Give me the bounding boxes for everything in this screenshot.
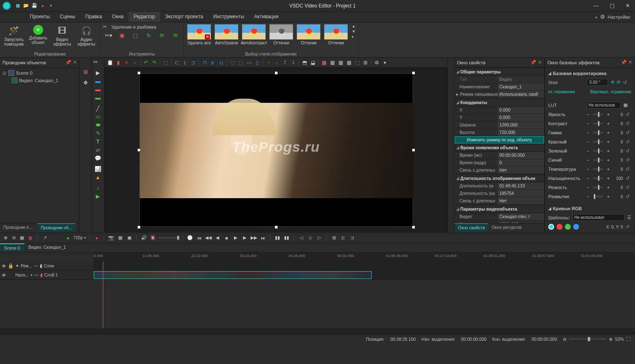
audio-vis-icon[interactable]: ♪ (92, 184, 104, 192)
style-tint2[interactable]: Оттенки (296, 24, 321, 45)
step-back-icon[interactable]: ◀◀ (204, 234, 212, 242)
crop-tool-icon[interactable]: ▣ (116, 31, 128, 39)
tree-scene-node[interactable]: ⊟ Scene 0 (1, 69, 78, 77)
red-slider[interactable] (593, 141, 603, 143)
align-center-v-icon[interactable]: ⫼ (209, 59, 217, 66)
blur-slider[interactable] (593, 196, 603, 197)
front-icon[interactable]: ⤴ (281, 59, 289, 66)
reset-icon[interactable]: ↺ (625, 166, 631, 172)
prop-dur-ms[interactable]: 01:48:45.133 (498, 182, 544, 189)
temp-slider[interactable] (593, 168, 603, 170)
close-button[interactable]: ✕ (623, 2, 633, 9)
rect-outline-icon[interactable]: ▭ (92, 112, 104, 121)
reset-icon[interactable]: ↺ (625, 184, 631, 190)
prop-name-value[interactable]: Скандал_1 (498, 83, 544, 90)
prop-width[interactable]: 1280.000 (498, 121, 544, 129)
layout1-icon[interactable]: ▦ (320, 59, 328, 66)
circle-icon[interactable]: ○ (131, 59, 139, 66)
contrast-slider[interactable] (593, 123, 603, 124)
explorer-tab-project[interactable]: Проводник пр... (0, 223, 37, 232)
prop-link-dur[interactable]: Нет (498, 167, 544, 174)
select-bounds-icon[interactable]: ⬚ (353, 59, 361, 66)
add-track-icon[interactable]: ⊕ (2, 234, 9, 242)
audio-effects-button[interactable]: 🎧Аудио эффекты (75, 24, 97, 47)
layout2-icon[interactable]: ▦ (328, 59, 336, 66)
rotate-icon[interactable]: ↻ (143, 31, 154, 39)
go-start-icon[interactable]: ⏮ (195, 234, 203, 242)
prop-blend-value[interactable]: Использовать свой (498, 91, 544, 98)
pin-icon[interactable]: 📌 (530, 60, 536, 65)
menu-edit[interactable]: Правка (80, 12, 107, 22)
resources-tab[interactable]: Окно ресурсов (488, 223, 525, 232)
style-down-icon[interactable]: ▼ (352, 29, 355, 34)
pin-icon[interactable]: 📌 (66, 60, 71, 65)
settings-label[interactable]: Настройки (608, 15, 630, 19)
menu-windows[interactable]: Окна (107, 12, 129, 22)
wave-icon[interactable]: 〰 (34, 264, 38, 269)
cursor2-icon[interactable]: ⊐ (348, 234, 356, 242)
loop-icon[interactable]: ⊞ (330, 234, 338, 242)
prev-frame-icon[interactable]: ◀ (214, 234, 221, 242)
style-tint3[interactable]: Оттенки (323, 24, 349, 45)
align-bottom-icon[interactable]: ⊔ (217, 59, 225, 66)
align-left-icon[interactable]: ⊏ (173, 59, 180, 66)
pointer-icon[interactable]: ▶ (92, 68, 104, 77)
rect-blue-icon[interactable]: ▬ (92, 77, 104, 85)
line-icon[interactable]: ╱ (92, 104, 104, 112)
collapse-icon[interactable]: ⊟ (2, 70, 7, 76)
resize-to-parent-action[interactable]: Изменить размер по род. объекту (455, 136, 544, 143)
more-icon[interactable]: ▾ (381, 59, 389, 66)
templates-select[interactable]: Не использоват (572, 214, 625, 221)
bars-icon[interactable]: ▮ (40, 272, 43, 278)
props-tab[interactable]: Окно свойств (455, 223, 488, 232)
reset-icon[interactable]: ↺ (625, 130, 631, 136)
mark-in-icon[interactable]: ▮▮ (274, 234, 281, 242)
reset-icon[interactable]: ↺ (625, 175, 631, 181)
vflip-link[interactable]: Вертикал. отражение (590, 90, 631, 94)
cog-icon[interactable]: ⚙ (373, 59, 380, 66)
menu-projects[interactable]: Проекты (25, 12, 55, 22)
fx-icon[interactable]: ✦ (15, 263, 19, 269)
layout3-icon[interactable]: ▦ (337, 59, 344, 66)
reset-icon[interactable]: ↺ (625, 148, 631, 154)
counter-icon[interactable]: ▲ (92, 173, 104, 181)
hflip-link[interactable]: нт. отражение (548, 90, 575, 94)
dist-v-icon[interactable]: ⬚ (237, 59, 244, 66)
tree-video-node[interactable]: Видео: Скандал_1 (1, 77, 78, 84)
zoom-fit-icon[interactable]: ⛶ (626, 337, 631, 342)
pin-icon[interactable]: 📌 (621, 60, 627, 65)
align-right-icon[interactable]: ⊐ (190, 59, 197, 66)
menu-editor[interactable]: Редактор (129, 12, 160, 22)
go-end-icon[interactable]: ⏭ (259, 234, 267, 242)
mark-out-icon[interactable]: ▮▮ (283, 234, 290, 242)
reset-icon[interactable]: ↺ (625, 194, 631, 199)
wizard-button[interactable]: 🪄Запустить помощник (2, 24, 25, 47)
prop-dur-frame[interactable]: 195754 (498, 190, 544, 197)
same-w-icon[interactable]: ▭ (245, 59, 253, 66)
group-icon[interactable]: ⬒ (301, 59, 308, 66)
rect-red-icon[interactable]: ▬ (92, 85, 104, 93)
curve-blue-dot[interactable] (573, 224, 579, 230)
cut-icon[interactable]: ✂ (92, 58, 99, 66)
cut-icon[interactable]: ✂▾ (103, 31, 114, 39)
sharp-slider[interactable] (593, 187, 603, 188)
angle-input[interactable]: 0.00 ° (586, 79, 608, 86)
section-general[interactable]: ◢Общие параметры (455, 68, 544, 76)
minimize-button[interactable]: — (591, 2, 601, 9)
eye-icon[interactable]: 👁 (2, 264, 6, 269)
lock-icon[interactable]: 🔒 (8, 263, 14, 269)
stop-icon[interactable]: ■ (223, 234, 230, 242)
clock-icon[interactable]: 🕐 (186, 234, 194, 242)
maximize-button[interactable]: ▢ (607, 2, 617, 9)
menu-instruments[interactable]: Инструменты (208, 12, 249, 22)
preview-quality-icon[interactable]: ● (64, 234, 72, 242)
qat-open-icon[interactable]: 📂 (23, 3, 29, 9)
wave-icon[interactable]: 〰 (34, 273, 39, 278)
chart-icon[interactable]: 📊 (92, 165, 104, 173)
browse-icon[interactable]: ▦ (623, 102, 628, 108)
screenshot-icon[interactable]: 📷 (107, 234, 115, 242)
sat-slider[interactable] (593, 177, 603, 179)
paste-icon[interactable]: ▮ (114, 59, 122, 66)
selection-icon[interactable]: ⬚ (162, 59, 169, 66)
qat-new-icon[interactable]: ▦ (15, 3, 21, 9)
